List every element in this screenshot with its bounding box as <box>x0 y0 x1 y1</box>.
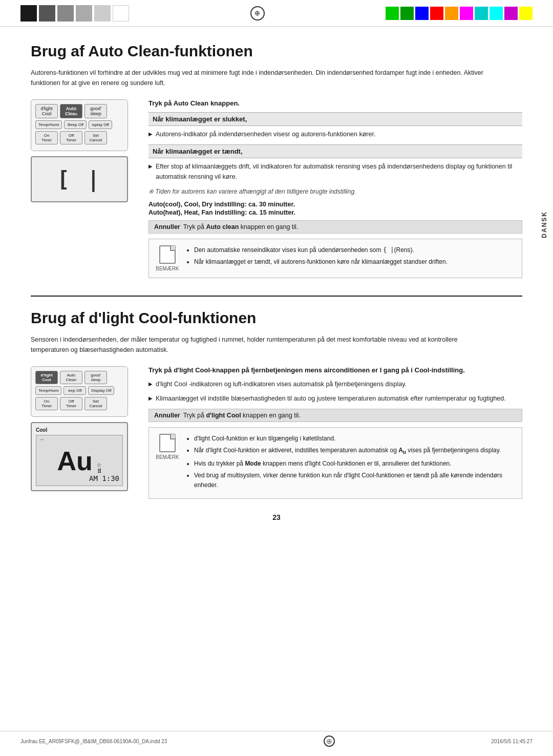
section1-title: Brug af Auto Clean-funktionen <box>31 42 522 60</box>
bemærk-item-1-1: Når klimaanlægget er tændt, vil autorens… <box>194 257 516 267</box>
section2-intro: Sensoren i indendørsenheden, der måler t… <box>31 334 492 355</box>
annuller-bar-1: Annuller Tryk på Auto clean knappen en g… <box>148 220 522 234</box>
header-center: ⊕ <box>250 6 265 20</box>
remote2-btn-displayoff: Display Off <box>88 386 114 395</box>
footer: Junfrau EE_AR09FSFK@_IB&IM_DB68-06190A-0… <box>0 731 553 751</box>
section1-right-panel: Tryk på Auto Clean knappen. Når klimaanl… <box>148 99 522 283</box>
bemærk-item-2-3: Ved brug af multisystem, virker denne fu… <box>194 471 516 490</box>
swatch-white <box>113 5 129 22</box>
color-orange <box>445 7 458 20</box>
color-magenta <box>460 7 473 20</box>
swatch-dark-gray <box>39 5 55 22</box>
section2-right-panel: Tryk på d'light Cool-knappen på fjernbet… <box>148 366 522 504</box>
color-cyan <box>490 7 503 20</box>
footer-left: Junfrau EE_AR09FSFK@_IB&IM_DB68-06190A-0… <box>20 739 167 744</box>
annuller-label-2: Annuller <box>154 412 180 419</box>
remote2-btn-setcancel: SetCancel <box>84 397 107 410</box>
color-red <box>430 7 443 20</box>
auto-heat-line: Auto(heat), Heat, Fan indstilling: ca. 1… <box>148 209 295 216</box>
remote2-row-2: Temp/Humi eep Off Display Off <box>35 386 123 395</box>
doc-icon-1 <box>159 245 176 264</box>
remote2-btn-autoclean: AutoClean <box>60 371 82 384</box>
footer-right: 2016/5/5 11:45:27 <box>491 739 533 744</box>
doc-icon-2 <box>159 434 176 452</box>
section1-left-panel: d'lightCool AutoClean good'sleep Temp/Hu… <box>31 99 133 283</box>
annuller-text-2: Tryk på d'light Cool knappen en gang til… <box>183 412 301 419</box>
annuller-text-1: Tryk på Auto clean knappen en gang til. <box>183 223 299 230</box>
page-content: DANSK Brug af Auto Clean-funktionen Auto… <box>0 27 553 537</box>
bemærk-content-1: Den automatiske renseindikator vises kun… <box>186 245 516 271</box>
remote2-btn-beepoff: eep Off <box>63 386 86 395</box>
remote2-btn-offtimer: OffTimer <box>60 397 82 410</box>
section2-bullet2: Klimaanlægget vil indstille blæserhastig… <box>148 393 522 404</box>
bemærk-box-2: BEMÆRK d'light Cool-funktion er kun tilg… <box>148 427 522 499</box>
remote-btn-offtimer: OffTimer <box>60 131 82 144</box>
remote-btn-goodsleep: good'sleep <box>84 104 107 118</box>
section1: Brug af Auto Clean-funktionen Autorens-f… <box>31 42 522 283</box>
remote-btn-beepoff: Beep Off <box>64 120 87 129</box>
color-purple <box>504 7 518 20</box>
section-divider <box>31 296 522 297</box>
cool-time: AM 1:30 <box>89 474 119 482</box>
when-on-header: Når klimaanlægget er tændt, <box>148 144 522 158</box>
when-off-header: Når klimaanlægget er slukket, <box>148 112 522 126</box>
remote-row-2: Temp/Humi Beep Off isplay Off <box>35 120 123 129</box>
section2-instruction-header: Tryk på d'light Cool-knappen på fjernbet… <box>148 366 522 374</box>
color-green2 <box>400 7 414 20</box>
instruction-header-text: Tryk på Auto Clean knappen. <box>148 99 522 107</box>
footer-compass: ⊕ <box>324 736 335 747</box>
cool-main-char: Au ☆ ⠿ <box>57 448 102 474</box>
section2-title: Brug af d'light Cool-funktionen <box>31 309 522 327</box>
remote2-btn-temphumi: Temp/Humi <box>35 386 61 395</box>
auto-cool-line: Auto(cool), Cool, Dry indstilling: ca. 3… <box>148 201 295 208</box>
page-number: 23 <box>31 513 522 521</box>
bemærk-icon-1: BEMÆRK <box>155 245 180 271</box>
color-green1 <box>386 7 399 20</box>
display-box-1: [ | <box>31 156 128 202</box>
remote-btn-displayoff: isplay Off <box>89 120 112 129</box>
remote2-btn-dlight: d'lightCool <box>35 371 58 384</box>
bemærk-content-2: d'light Cool-funktion er kun tilgængelig… <box>186 434 516 492</box>
instruction-block-when-off: Når klimaanlægget er slukket, Autorens-i… <box>148 112 522 139</box>
remote-control-2: d'lightCool AutoClean good'sleep Temp/Hu… <box>31 366 128 417</box>
remote-btn-autoclean: AutoClean <box>60 104 82 118</box>
bemærk-item-2-1: Når d'light Cool-funktion er aktiveret, … <box>194 446 516 456</box>
swatch-lighter-gray <box>94 5 111 22</box>
note-star-text: ※ Tiden for autorens kan variere afhængi… <box>148 187 522 197</box>
remote2-btn-ontimer: OnTimer <box>35 397 58 410</box>
header-bar: ⊕ <box>0 0 553 27</box>
bemærk-item-2-0: d'light Cool-funktion er kun tilgængelig… <box>194 434 516 444</box>
bemærk-box-1: BEMÆRK Den automatiske renseindikator vi… <box>148 239 522 278</box>
remote-btn-ontimer: OnTimer <box>35 131 58 144</box>
remote-btn-dlight: d'lightCool <box>35 104 58 118</box>
bemærk-item-2-2: Hvis du trykker på Mode knappen mens d'l… <box>194 459 516 469</box>
section2-bullet1: d'light Cool -indikatoren og luft-indika… <box>148 379 522 389</box>
swatch-light-gray <box>76 5 92 22</box>
cool-display-header: Cool <box>36 427 123 433</box>
color-yellow <box>519 7 533 20</box>
instruction-block-when-on: Når klimaanlægget er tændt, Efter stop a… <box>148 144 522 182</box>
remote-row-1: d'lightCool AutoClean good'sleep <box>35 104 123 118</box>
instruction-block-header: Tryk på Auto Clean knappen. <box>148 99 522 107</box>
bemærk-item-1-0: Den automatiske renseindikator vises kun… <box>194 245 516 255</box>
section2-body: d'lightCool AutoClean good'sleep Temp/Hu… <box>31 366 522 504</box>
remote-control-1: d'lightCool AutoClean good'sleep Temp/Hu… <box>31 99 128 151</box>
header-colors-right <box>386 7 533 20</box>
remote-btn-setcancel: SetCancel <box>84 131 107 144</box>
section1-intro: Autorens-funktionen vil forhindre at der… <box>31 68 492 88</box>
cool-display-inner: ⌒ Au ☆ ⠿ AM 1:30 <box>36 435 123 486</box>
remote2-btn-goodsleep: good'sleep <box>84 371 107 384</box>
when-off-text: Autorens-indikator på indendørsenheden v… <box>148 129 522 139</box>
remote-btn-temphumi: Temp/Humi <box>35 120 62 129</box>
annuller-label-1: Annuller <box>154 223 180 230</box>
color-teal <box>475 7 488 20</box>
color-blue <box>415 7 429 20</box>
dansk-label: DANSK <box>541 211 548 238</box>
annuller-bar-2: Annuller Tryk på d'light Cool knappen en… <box>148 409 522 422</box>
compass-icon: ⊕ <box>250 6 265 20</box>
swatch-black <box>20 5 37 22</box>
section2-instruction-header-block: Tryk på d'light Cool-knappen på fjernbet… <box>148 366 522 374</box>
when-on-text: Efter stop af klimaanlæggets drift, vil … <box>148 161 522 182</box>
section1-body: d'lightCool AutoClean good'sleep Temp/Hu… <box>31 99 522 283</box>
bemærk-icon-2: BEMÆRK <box>155 434 180 492</box>
